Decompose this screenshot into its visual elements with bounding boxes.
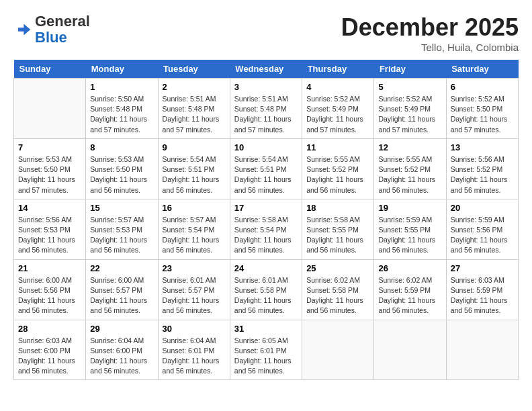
calendar-cell: 5Sunrise: 5:52 AMSunset: 5:49 PMDaylight… (374, 79, 446, 139)
day-number: 18 (306, 203, 369, 213)
day-number: 31 (234, 324, 298, 334)
weekday-friday: Friday (374, 60, 446, 79)
day-info: Sunrise: 6:04 AMSunset: 6:00 PMDaylight:… (90, 336, 153, 377)
day-number: 23 (163, 263, 226, 273)
day-info: Sunrise: 5:55 AMSunset: 5:52 PMDaylight:… (306, 154, 369, 195)
day-info: Sunrise: 5:57 AMSunset: 5:54 PMDaylight:… (163, 215, 226, 256)
calendar-cell: 6Sunrise: 5:52 AMSunset: 5:50 PMDaylight… (446, 79, 518, 139)
calendar-cell: 13Sunrise: 5:56 AMSunset: 5:52 PMDayligh… (446, 138, 518, 199)
day-info: Sunrise: 6:02 AMSunset: 5:58 PMDaylight:… (306, 275, 369, 316)
calendar-cell: 20Sunrise: 5:59 AMSunset: 5:56 PMDayligh… (446, 199, 518, 259)
day-number: 2 (163, 82, 226, 92)
day-info: Sunrise: 5:54 AMSunset: 5:51 PMDaylight:… (163, 154, 226, 195)
calendar-cell: 14Sunrise: 5:56 AMSunset: 5:53 PMDayligh… (14, 199, 86, 259)
day-number: 1 (90, 82, 153, 92)
day-info: Sunrise: 6:03 AMSunset: 5:59 PMDaylight:… (451, 275, 514, 316)
calendar-cell: 10Sunrise: 5:54 AMSunset: 5:51 PMDayligh… (230, 138, 302, 199)
calendar-cell: 31Sunrise: 6:05 AMSunset: 6:01 PMDayligh… (230, 320, 302, 380)
day-info: Sunrise: 5:52 AMSunset: 5:50 PMDaylight:… (451, 94, 514, 135)
day-info: Sunrise: 5:56 AMSunset: 5:53 PMDaylight:… (18, 215, 81, 256)
calendar-cell: 30Sunrise: 6:04 AMSunset: 6:01 PMDayligh… (158, 320, 230, 380)
day-number: 11 (306, 142, 369, 152)
calendar-cell: 26Sunrise: 6:02 AMSunset: 5:59 PMDayligh… (374, 259, 446, 320)
day-number: 14 (18, 203, 81, 213)
day-info: Sunrise: 5:59 AMSunset: 5:55 PMDaylight:… (378, 215, 441, 256)
logo-general: General (35, 13, 90, 30)
day-info: Sunrise: 6:01 AMSunset: 5:58 PMDaylight:… (234, 275, 298, 316)
day-info: Sunrise: 5:55 AMSunset: 5:52 PMDaylight:… (378, 154, 441, 195)
day-number: 12 (378, 142, 441, 152)
calendar-cell: 17Sunrise: 5:58 AMSunset: 5:54 PMDayligh… (230, 199, 302, 259)
month-title: December 2025 (341, 13, 519, 42)
calendar-cell: 2Sunrise: 5:51 AMSunset: 5:48 PMDaylight… (158, 79, 230, 139)
week-row-3: 21Sunrise: 6:00 AMSunset: 5:56 PMDayligh… (14, 259, 519, 320)
logo: General Blue (13, 13, 90, 46)
calendar-cell: 23Sunrise: 6:01 AMSunset: 5:57 PMDayligh… (158, 259, 230, 320)
calendar-cell: 19Sunrise: 5:59 AMSunset: 5:55 PMDayligh… (374, 199, 446, 259)
day-number: 25 (306, 263, 369, 273)
calendar-cell: 24Sunrise: 6:01 AMSunset: 5:58 PMDayligh… (230, 259, 302, 320)
day-info: Sunrise: 5:52 AMSunset: 5:49 PMDaylight:… (306, 94, 369, 135)
week-row-0: 1Sunrise: 5:50 AMSunset: 5:48 PMDaylight… (14, 79, 519, 139)
day-number: 27 (451, 263, 514, 273)
day-number: 17 (234, 203, 298, 213)
day-number: 8 (90, 142, 153, 152)
calendar-cell: 3Sunrise: 5:51 AMSunset: 5:48 PMDaylight… (230, 79, 302, 139)
week-row-4: 28Sunrise: 6:03 AMSunset: 6:00 PMDayligh… (14, 320, 519, 380)
day-info: Sunrise: 6:00 AMSunset: 5:56 PMDaylight:… (18, 275, 81, 316)
page-header: General Blue December 2025 Tello, Huila,… (13, 13, 519, 53)
day-number: 6 (451, 82, 514, 92)
day-info: Sunrise: 5:58 AMSunset: 5:54 PMDaylight:… (234, 215, 298, 256)
calendar-cell: 18Sunrise: 5:58 AMSunset: 5:55 PMDayligh… (302, 199, 374, 259)
weekday-saturday: Saturday (446, 60, 518, 79)
calendar-cell: 11Sunrise: 5:55 AMSunset: 5:52 PMDayligh… (302, 138, 374, 199)
calendar-cell: 12Sunrise: 5:55 AMSunset: 5:52 PMDayligh… (374, 138, 446, 199)
calendar-cell (14, 79, 86, 139)
calendar-cell: 1Sunrise: 5:50 AMSunset: 5:48 PMDaylight… (86, 79, 158, 139)
calendar-cell: 21Sunrise: 6:00 AMSunset: 5:56 PMDayligh… (14, 259, 86, 320)
day-info: Sunrise: 5:54 AMSunset: 5:51 PMDaylight:… (234, 154, 298, 195)
day-info: Sunrise: 5:52 AMSunset: 5:49 PMDaylight:… (378, 94, 441, 135)
day-number: 20 (451, 203, 514, 213)
calendar-cell (302, 320, 374, 380)
day-info: Sunrise: 5:51 AMSunset: 5:48 PMDaylight:… (163, 94, 226, 135)
title-block: December 2025 Tello, Huila, Colombia (341, 13, 519, 53)
day-info: Sunrise: 5:59 AMSunset: 5:56 PMDaylight:… (451, 215, 514, 256)
day-number: 21 (18, 263, 81, 273)
day-info: Sunrise: 5:57 AMSunset: 5:53 PMDaylight:… (90, 215, 153, 256)
day-number: 24 (234, 263, 298, 273)
calendar-cell: 29Sunrise: 6:04 AMSunset: 6:00 PMDayligh… (86, 320, 158, 380)
calendar-cell (374, 320, 446, 380)
calendar-cell: 15Sunrise: 5:57 AMSunset: 5:53 PMDayligh… (86, 199, 158, 259)
day-number: 30 (163, 324, 226, 334)
weekday-header-row: SundayMondayTuesdayWednesdayThursdayFrid… (14, 60, 519, 79)
weekday-thursday: Thursday (302, 60, 374, 79)
weekday-sunday: Sunday (14, 60, 86, 79)
day-number: 22 (90, 263, 153, 273)
day-info: Sunrise: 5:51 AMSunset: 5:48 PMDaylight:… (234, 94, 298, 135)
day-number: 15 (90, 203, 153, 213)
calendar-table: SundayMondayTuesdayWednesdayThursdayFrid… (13, 60, 519, 380)
day-number: 13 (451, 142, 514, 152)
day-info: Sunrise: 6:03 AMSunset: 6:00 PMDaylight:… (18, 336, 81, 377)
weekday-tuesday: Tuesday (158, 60, 230, 79)
calendar-body: 1Sunrise: 5:50 AMSunset: 5:48 PMDaylight… (14, 79, 519, 380)
logo-icon (13, 20, 32, 39)
day-info: Sunrise: 5:50 AMSunset: 5:48 PMDaylight:… (90, 94, 153, 135)
day-info: Sunrise: 5:58 AMSunset: 5:55 PMDaylight:… (306, 215, 369, 256)
day-number: 4 (306, 82, 369, 92)
calendar-cell: 16Sunrise: 5:57 AMSunset: 5:54 PMDayligh… (158, 199, 230, 259)
calendar-cell: 22Sunrise: 6:00 AMSunset: 5:57 PMDayligh… (86, 259, 158, 320)
day-number: 7 (18, 142, 81, 152)
week-row-1: 7Sunrise: 5:53 AMSunset: 5:50 PMDaylight… (14, 138, 519, 199)
calendar-cell: 7Sunrise: 5:53 AMSunset: 5:50 PMDaylight… (14, 138, 86, 199)
day-info: Sunrise: 6:01 AMSunset: 5:57 PMDaylight:… (163, 275, 226, 316)
calendar-cell: 8Sunrise: 5:53 AMSunset: 5:50 PMDaylight… (86, 138, 158, 199)
calendar-header: SundayMondayTuesdayWednesdayThursdayFrid… (14, 60, 519, 79)
svg-marker-0 (18, 24, 30, 36)
day-number: 16 (163, 203, 226, 213)
day-info: Sunrise: 6:00 AMSunset: 5:57 PMDaylight:… (90, 275, 153, 316)
day-info: Sunrise: 6:04 AMSunset: 6:01 PMDaylight:… (163, 336, 226, 377)
calendar-cell (446, 320, 518, 380)
day-number: 9 (163, 142, 226, 152)
